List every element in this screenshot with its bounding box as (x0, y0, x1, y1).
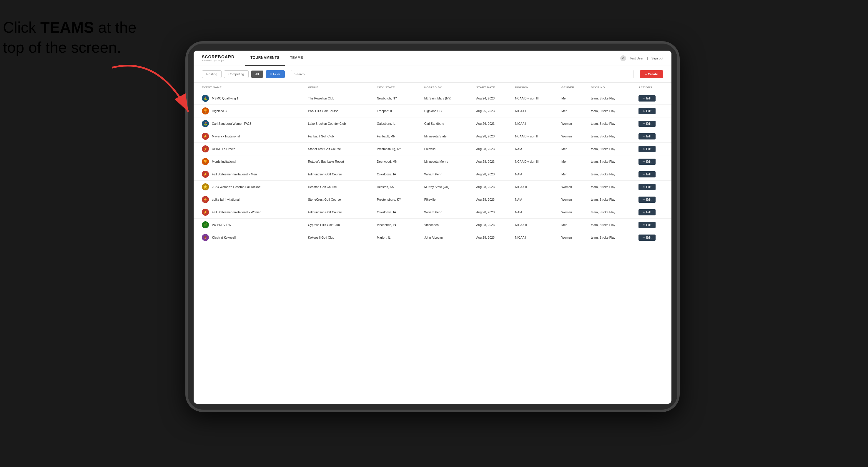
city-cell: Oskaloosa, IA (374, 168, 421, 181)
event-name-cell: ⚡ Fall Statesmen Invitational - Women (194, 206, 305, 219)
gender-cell: Women (558, 181, 588, 193)
hosted-by-cell: Pikeville (421, 143, 473, 155)
competing-button[interactable]: Competing (224, 70, 248, 78)
start-date-cell: Aug 28, 2023 (473, 193, 512, 206)
logo-title: SCOREBOARD (202, 55, 235, 59)
event-name: Highland 36 (212, 109, 228, 113)
nav-links: TOURNAMENTS TEAMS (245, 51, 620, 66)
event-name: UPIKE Fall Invite (212, 147, 235, 151)
edit-button[interactable]: ✏ Edit (639, 121, 655, 127)
filter-button[interactable]: ≡ Filter (266, 70, 285, 78)
edit-icon: ✏ (643, 135, 645, 138)
nav-tournaments[interactable]: TOURNAMENTS (245, 51, 285, 66)
division-cell: NAIA (512, 143, 558, 155)
edit-button[interactable]: ✏ Edit (639, 159, 655, 165)
event-icon: ⛳ (202, 120, 209, 127)
hosted-by-cell: Pikeville (421, 193, 473, 206)
event-name-cell: ⛳ Carl Sandburg Women FA23 (194, 117, 305, 130)
division-cell: NCAA Division III (512, 155, 558, 168)
table-row: ⚡ Fall Statesmen Invitational - Women Ed… (194, 206, 672, 219)
edit-button[interactable]: ✏ Edit (639, 108, 655, 114)
start-date-cell: Aug 28, 2023 (473, 143, 512, 155)
division-cell: NICAA I (512, 231, 558, 244)
edit-icon: ✏ (643, 211, 645, 214)
edit-button[interactable]: ✏ Edit (639, 196, 655, 203)
event-name: Maverick Invitational (212, 134, 240, 138)
event-icon: ⭐ (202, 183, 209, 190)
edit-button[interactable]: ✏ Edit (639, 184, 655, 190)
city-cell: Newburgh, NY (374, 92, 421, 105)
edit-button[interactable]: ✏ Edit (639, 222, 655, 228)
division-cell: NCAA Division II (512, 130, 558, 143)
start-date-cell: Aug 24, 2023 (473, 92, 512, 105)
start-date-cell: Aug 28, 2023 (473, 219, 512, 231)
edit-button[interactable]: ✏ Edit (639, 146, 655, 152)
col-division: DIVISION (512, 83, 558, 92)
gender-cell: Men (558, 219, 588, 231)
edit-icon: ✏ (643, 97, 645, 100)
hosted-by-cell: William Penn (421, 168, 473, 181)
scoring-cell: team, Stroke Play (588, 117, 636, 130)
event-name: Carl Sandburg Women FA23 (212, 122, 251, 125)
all-button[interactable]: All (251, 70, 264, 78)
table-row: ⚡ upike fall invitational StoneCrest Gol… (194, 193, 672, 206)
search-input[interactable] (291, 70, 634, 78)
actions-cell: ✏ Edit (636, 155, 672, 168)
edit-button[interactable]: ✏ Edit (639, 235, 655, 241)
actions-cell: ✏ Edit (636, 181, 672, 193)
col-event-name: EVENT NAME (194, 83, 305, 92)
division-cell: NAIA (512, 168, 558, 181)
event-icon: 🏆 (202, 158, 209, 165)
col-scoring: SCORING (588, 83, 636, 92)
edit-button[interactable]: ✏ Edit (639, 171, 655, 178)
division-cell: NICAA I (512, 117, 558, 130)
hosted-by-cell: Minnesota-Morris (421, 155, 473, 168)
actions-cell: ✏ Edit (636, 117, 672, 130)
instruction-text: Click TEAMS at the top of the screen. (3, 18, 136, 57)
col-hosted-by: HOSTED BY (421, 83, 473, 92)
hosting-button[interactable]: Hosting (202, 70, 222, 78)
event-name: 2023 Women's Hesston Fall Kickoff (212, 185, 260, 189)
venue-cell: Lake Bracken Country Club (305, 117, 374, 130)
division-cell: NAIA (512, 206, 558, 219)
start-date-cell: Aug 26, 2023 (473, 117, 512, 130)
hosted-by-cell: Minnesota State (421, 130, 473, 143)
bold-teams: TEAMS (40, 19, 94, 36)
top-nav: SCOREBOARD Powered by Clippit TOURNAMENT… (194, 51, 672, 66)
table-row: ⚡ UPIKE Fall Invite StoneCrest Golf Cour… (194, 143, 672, 155)
sign-out-link[interactable]: Sign out (651, 57, 663, 60)
gender-cell: Women (558, 130, 588, 143)
nav-teams[interactable]: TEAMS (285, 51, 309, 66)
edit-button[interactable]: ✏ Edit (639, 209, 655, 215)
start-date-cell: Aug 28, 2023 (473, 181, 512, 193)
start-date-cell: Aug 28, 2023 (473, 130, 512, 143)
col-gender: GENDER (558, 83, 588, 92)
venue-cell: Ruttger's Bay Lake Resort (305, 155, 374, 168)
event-name-cell: ⚡ UPIKE Fall Invite (194, 143, 305, 155)
edit-button[interactable]: ✏ Edit (639, 95, 655, 101)
edit-icon: ✏ (643, 223, 645, 226)
event-icon: ⚡ (202, 196, 209, 203)
edit-button[interactable]: ✏ Edit (639, 133, 655, 139)
event-name: Fall Statesmen Invitational - Men (212, 173, 257, 176)
edit-icon: ✏ (643, 185, 645, 189)
division-cell: NICAA II (512, 181, 558, 193)
event-icon: 🏺 (202, 234, 209, 241)
city-cell: Faribault, MN (374, 130, 421, 143)
city-cell: Freeport, IL (374, 105, 421, 117)
tablet-screen: SCOREBOARD Powered by Clippit TOURNAMENT… (194, 51, 672, 404)
venue-cell: Kokopelli Golf Club (305, 231, 374, 244)
scoring-cell: team, Stroke Play (588, 181, 636, 193)
create-button[interactable]: + Create (640, 70, 663, 78)
gear-icon[interactable]: ⚙ (620, 55, 626, 61)
event-icon: ⚡ (202, 145, 209, 152)
start-date-cell: Aug 28, 2023 (473, 168, 512, 181)
table-row: 🏆 Highland 36 Park Hills Golf Course Fre… (194, 105, 672, 117)
hosted-by-cell: Mt. Saint Mary (NY) (421, 92, 473, 105)
table-row: ⚡ Fall Statesmen Invitational - Men Edmu… (194, 168, 672, 181)
scoring-cell: team, Stroke Play (588, 130, 636, 143)
scoring-cell: team, Stroke Play (588, 231, 636, 244)
table-header-row: EVENT NAME VENUE CITY, STATE HOSTED BY S… (194, 83, 672, 92)
col-start-date: START DATE (473, 83, 512, 92)
edit-icon: ✏ (643, 148, 645, 151)
